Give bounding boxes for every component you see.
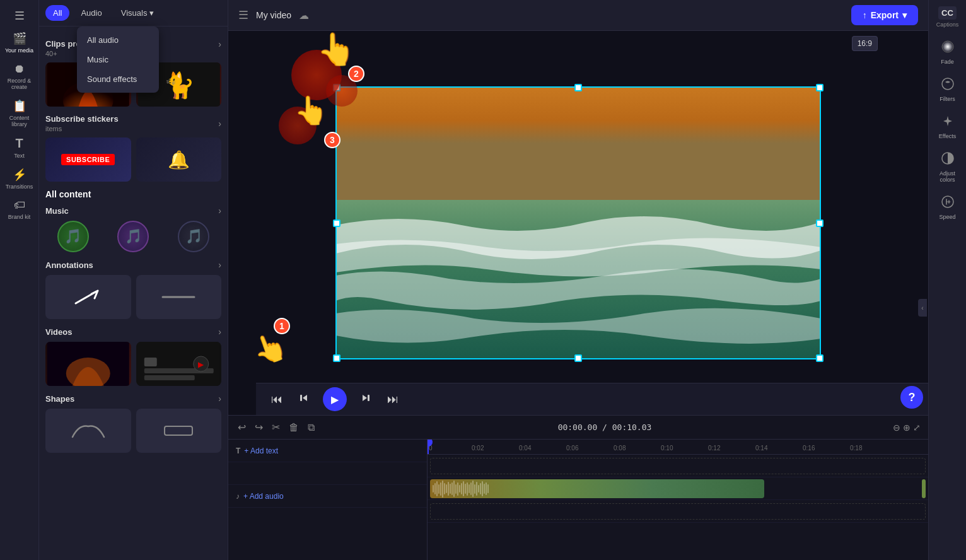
video-controls-bar: ⏮ ▶ ⏭ ⛶	[256, 383, 928, 415]
sidebar-item-record[interactable]: ⏺ Record &create	[3, 59, 37, 94]
filters-label: Filters	[940, 96, 955, 102]
total-time: 00:10.03	[612, 423, 652, 432]
audio-track-row	[428, 500, 928, 523]
waveform-bar	[455, 484, 457, 494]
sidebar-item-text[interactable]: T Text	[3, 132, 37, 163]
svg-rect-23	[368, 395, 370, 401]
fade-label: Fade	[941, 59, 954, 65]
export-button[interactable]: ↑ Export ▾	[851, 5, 918, 25]
video-track-clip[interactable]	[430, 479, 764, 498]
video-title[interactable]: My video	[256, 10, 291, 20]
videos-section-header: Videos ›	[45, 327, 221, 337]
add-audio-label[interactable]: + Add audio	[243, 492, 284, 501]
rewind-button[interactable]	[295, 389, 313, 410]
waveform	[430, 479, 764, 498]
zoom-in-button[interactable]: ⊕	[903, 423, 911, 433]
play-button[interactable]: ▶	[323, 387, 347, 411]
aspect-ratio-badge[interactable]: 16:9	[852, 36, 878, 51]
cut-button[interactable]: ✂	[270, 419, 282, 435]
waveform-bar	[446, 484, 447, 493]
marker-2: 0:02	[472, 445, 484, 452]
marker-14: 0:14	[755, 445, 767, 452]
right-panel-collapse-button[interactable]: ‹	[918, 299, 927, 317]
zoom-out-button[interactable]: ⊖	[893, 423, 900, 433]
videos-title: Videos	[45, 327, 72, 337]
waveform-bar	[433, 485, 434, 493]
rewind-icon	[298, 392, 310, 404]
music-icon-3[interactable]: 🎵	[178, 221, 209, 252]
subscribe-stickers-arrow[interactable]: ›	[218, 119, 221, 129]
shape-thumb-1[interactable]	[45, 409, 131, 453]
waveform-bar	[470, 482, 472, 495]
fade-button[interactable]: Fade	[931, 35, 964, 70]
video-thumb-2[interactable]: ▶	[136, 342, 222, 386]
subscribe-thumb-1[interactable]: SUBSCRIBE	[45, 137, 131, 182]
music-arrow[interactable]: ›	[218, 206, 221, 216]
skip-to-start-button[interactable]: ⏮	[269, 390, 285, 409]
filters-button[interactable]: Filters	[931, 73, 964, 107]
tab-all[interactable]: All	[45, 5, 69, 21]
fit-zoom-button[interactable]: ⤢	[913, 423, 921, 433]
chevron-down-icon: ▾	[149, 8, 154, 18]
cc-button[interactable]: CC	[938, 6, 957, 20]
undo-button[interactable]: ↩	[236, 419, 248, 435]
video-thumbs: ▶	[45, 342, 221, 386]
content-label: Contentlibrary	[9, 115, 30, 127]
export-chevron-icon: ▾	[902, 10, 907, 20]
export-arrow-icon: ↑	[863, 10, 867, 20]
waveform-bar	[450, 484, 451, 494]
waveform-bar	[463, 481, 464, 496]
waveform-bar	[487, 484, 489, 493]
sidebar-item-brandkit[interactable]: 🏷 Brand kit	[3, 195, 37, 224]
effects-icon	[941, 115, 954, 131]
media-label: Your media	[5, 47, 33, 54]
tab-audio[interactable]: Audio	[73, 5, 109, 21]
forward-button[interactable]	[357, 389, 375, 410]
delete-button[interactable]: 🗑	[287, 420, 301, 435]
sidebar-item-transitions[interactable]: ⚡ Transitions	[3, 164, 37, 194]
time-display: 00:00.00 / 00:10.03	[558, 423, 652, 432]
dropdown-all-audio[interactable]: All audio	[77, 30, 159, 50]
zoom-controls: ⊖ ⊕ ⤢	[893, 423, 921, 433]
annotation-thumb-1[interactable]	[45, 275, 131, 319]
subscribe-sticker-thumbs: SUBSCRIBE 🔔	[45, 137, 221, 182]
shape-1-svg	[69, 421, 107, 440]
playhead[interactable]	[428, 440, 429, 454]
marker-4: 0:04	[519, 445, 531, 452]
subscribe-thumb-2[interactable]: 🔔	[136, 137, 222, 182]
dropdown-sound-effects[interactable]: Sound effects	[77, 69, 159, 89]
effects-button[interactable]: Effects	[931, 110, 964, 144]
annotations-arrow[interactable]: ›	[218, 260, 221, 270]
timeline-labels: T + Add text ♪ + Add audio	[228, 440, 428, 560]
music-icon-1[interactable]: 🎵	[57, 221, 89, 252]
copy-button[interactable]: ⧉	[306, 420, 317, 435]
video-thumb-1[interactable]	[45, 342, 131, 386]
captions-button-container: CC Captions	[936, 6, 959, 28]
video-track-row	[428, 477, 928, 500]
adjust-colors-button[interactable]: Adjustcolors	[931, 147, 964, 188]
music-note-icon-1: 🎵	[64, 228, 81, 245]
skip-to-end-button[interactable]: ⏭	[385, 390, 401, 409]
annotation-thumb-2[interactable]	[136, 275, 222, 319]
tab-visuals[interactable]: Visuals ▾	[113, 5, 162, 21]
add-text-label[interactable]: + Add text	[244, 446, 278, 455]
redo-button[interactable]: ↪	[253, 419, 265, 435]
top-bar: ☰ My video ☁ ↑ Export ▾	[228, 0, 928, 31]
record-icon: ⏺	[14, 62, 25, 76]
shape-thumb-2[interactable]	[136, 409, 222, 453]
music-icons: 🎵 🎵 🎵	[45, 221, 221, 252]
dropdown-menu: All audio Music Sound effects	[77, 26, 159, 93]
videos-arrow[interactable]: ›	[218, 327, 221, 337]
music-icon-2[interactable]: 🎵	[117, 221, 149, 252]
menu-button[interactable]: ☰	[3, 5, 37, 26]
sidebar-item-media[interactable]: 🎬 Your media	[3, 28, 37, 57]
shapes-arrow[interactable]: ›	[218, 394, 221, 404]
sidebar-item-content[interactable]: 📋 Contentlibrary	[3, 95, 37, 131]
clips-presets-arrow[interactable]: ›	[218, 39, 221, 49]
hamburger-icon[interactable]: ☰	[238, 8, 248, 22]
help-button[interactable]: ?	[900, 386, 923, 409]
dropdown-music[interactable]: Music	[77, 50, 159, 69]
speed-button[interactable]: Speed	[931, 190, 964, 225]
clip-end-handle[interactable]	[922, 479, 926, 498]
badge-1: 1	[274, 318, 290, 334]
